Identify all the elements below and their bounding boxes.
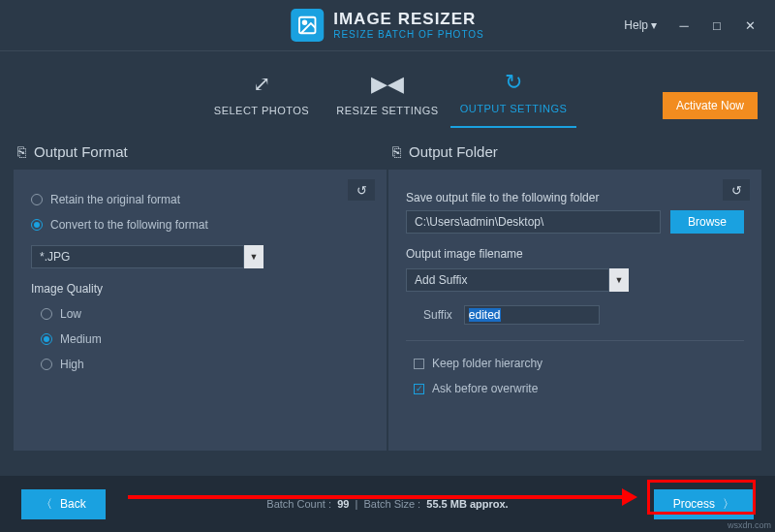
- panel-title: Output Format: [34, 143, 128, 160]
- footer-bar: 〈 Back Batch Count : 99 | Batch Size : 5…: [0, 476, 775, 532]
- close-button[interactable]: ✕: [736, 16, 763, 35]
- batch-info: Batch Count : 99 | Batch Size : 55.5 MB …: [266, 498, 508, 510]
- divider: [406, 340, 744, 341]
- maximize-button[interactable]: □: [703, 16, 730, 35]
- radio-icon: [41, 333, 52, 345]
- suffix-label: Suffix: [423, 308, 452, 322]
- app-title: IMAGE RESIZER: [333, 11, 484, 29]
- tab-output-settings[interactable]: ↻ OUTPUT SETTINGS: [450, 58, 576, 128]
- title-bar: IMAGE RESIZER RESIZE BATCH OF PHOTOS Hel…: [0, 0, 775, 50]
- tab-select-photos[interactable]: ⤢ SELECT PHOTOS: [199, 60, 325, 128]
- radio-quality-high[interactable]: High: [41, 352, 369, 377]
- radio-quality-low[interactable]: Low: [41, 301, 369, 327]
- radio-retain-format[interactable]: Retain the original format: [31, 187, 369, 212]
- app-subtitle: RESIZE BATCH OF PHOTOS: [333, 29, 484, 40]
- main-content: ⎘ Output Format ↺ Retain the original fo…: [0, 128, 775, 451]
- radio-icon: [41, 308, 52, 320]
- chevron-down-icon[interactable]: ▼: [244, 245, 264, 268]
- checkbox-icon: [414, 359, 424, 369]
- svg-point-1: [303, 20, 307, 24]
- checkbox-keep-hierarchy[interactable]: Keep folder hierarchy: [414, 351, 744, 376]
- brand: IMAGE RESIZER RESIZE BATCH OF PHOTOS: [291, 9, 484, 42]
- folder-path-input[interactable]: [406, 210, 661, 234]
- output-format-panel: ⎘ Output Format ↺ Retain the original fo…: [14, 138, 387, 451]
- radio-icon: [31, 194, 43, 205]
- format-select-value: *.JPG: [31, 245, 244, 268]
- refresh-icon: ↻: [505, 70, 522, 95]
- checkbox-ask-overwrite[interactable]: Ask before overwrite: [414, 376, 744, 401]
- back-button[interactable]: 〈 Back: [21, 489, 106, 519]
- checkbox-icon: [414, 384, 424, 394]
- filename-mode-value: Add Suffix: [406, 268, 609, 292]
- format-icon: ⎘: [17, 143, 26, 160]
- chevron-left-icon: 〈: [41, 496, 52, 513]
- mirror-icon: ▶◀: [371, 72, 404, 97]
- browse-button[interactable]: Browse: [670, 210, 744, 234]
- folder-export-icon: ⎘: [392, 143, 401, 160]
- app-logo-icon: [291, 9, 324, 42]
- panel-title: Output Folder: [409, 143, 498, 160]
- radio-icon: [31, 219, 43, 231]
- activate-now-button[interactable]: Activate Now: [663, 92, 758, 119]
- chevron-right-icon: 〉: [723, 496, 734, 513]
- tab-bar: ⤢ SELECT PHOTOS ▶◀ RESIZE SETTINGS ↻ OUT…: [0, 50, 775, 128]
- process-button[interactable]: Process 〉: [654, 489, 754, 519]
- radio-quality-medium[interactable]: Medium: [41, 327, 369, 352]
- radio-convert-format[interactable]: Convert to the following format: [31, 212, 369, 237]
- chevron-down-icon: ▾: [651, 18, 657, 32]
- suffix-input[interactable]: edited: [464, 305, 600, 325]
- chevron-down-icon[interactable]: ▼: [609, 268, 629, 292]
- format-select[interactable]: *.JPG ▼: [31, 245, 264, 268]
- quality-label: Image Quality: [31, 282, 369, 296]
- tab-resize-settings[interactable]: ▶◀ RESIZE SETTINGS: [325, 60, 450, 128]
- watermark: wsxdn.com: [728, 520, 771, 530]
- radio-icon: [41, 359, 52, 370]
- output-folder-panel: ⎘ Output Folder ↺ Save output file to th…: [388, 138, 761, 451]
- reset-format-button[interactable]: ↺: [348, 179, 375, 201]
- help-menu[interactable]: Help▾: [616, 15, 665, 36]
- filename-mode-select[interactable]: Add Suffix ▼: [406, 268, 629, 292]
- expand-icon: ⤢: [253, 72, 270, 97]
- minimize-button[interactable]: ─: [670, 16, 698, 35]
- filename-label: Output image filename: [406, 247, 744, 261]
- save-folder-label: Save output file to the following folder: [406, 191, 744, 204]
- reset-folder-button[interactable]: ↺: [723, 179, 750, 201]
